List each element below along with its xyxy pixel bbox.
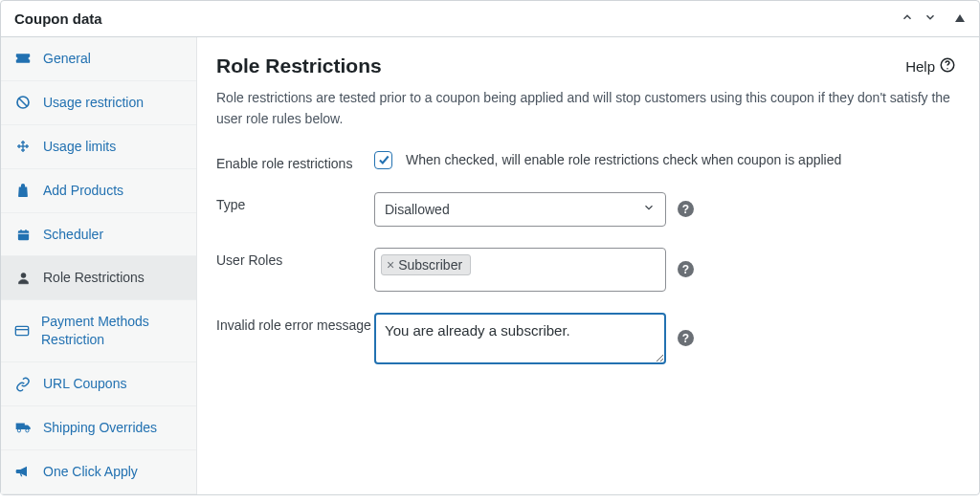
panel-header-actions [901, 11, 966, 27]
enable-label: Enable role restrictions [216, 151, 374, 171]
remove-tag-icon[interactable]: × [387, 258, 394, 272]
sidebar-item-role-restrictions[interactable]: Role Restrictions [1, 256, 196, 300]
sidebar-item-add-products[interactable]: Add Products [1, 169, 196, 213]
svg-point-16 [17, 429, 20, 432]
panel-header: Coupon data [1, 1, 979, 37]
row-enable-role-restrictions: Enable role restrictions When checked, w… [216, 151, 956, 171]
roles-label: User Roles [216, 248, 374, 268]
question-circle-icon [939, 56, 956, 77]
move-up-icon[interactable] [901, 11, 914, 27]
content-title: Role Restrictions [216, 55, 382, 77]
type-help-icon[interactable]: ? [678, 201, 694, 217]
chevron-down-icon [642, 201, 656, 217]
roles-multiselect[interactable]: × Subscriber [374, 248, 666, 292]
sidebar-item-label: Add Products [43, 182, 123, 200]
svg-rect-14 [15, 327, 28, 336]
card-icon [14, 325, 30, 337]
type-label: Type [216, 192, 374, 212]
sidebar-item-general[interactable]: General [1, 37, 196, 81]
truck-icon [14, 421, 32, 434]
role-tag: × Subscriber [381, 254, 471, 275]
ban-icon [14, 95, 32, 110]
row-user-roles: User Roles × Subscriber ? [216, 248, 956, 292]
sidebar-item-shipping-overrides[interactable]: Shipping Overrides [1, 406, 196, 450]
sidebar-item-label: Scheduler [43, 226, 103, 244]
calendar-icon [14, 228, 32, 242]
sidebar-item-usage-restriction[interactable]: Usage restriction [1, 81, 196, 125]
sidebar-item-label: One Click Apply [43, 463, 138, 481]
message-textarea[interactable] [374, 313, 666, 364]
limits-icon [14, 139, 32, 154]
enable-checkbox[interactable] [374, 151, 392, 169]
sidebar-item-url-coupons[interactable]: URL Coupons [1, 362, 196, 406]
bag-icon [14, 183, 32, 198]
svg-point-17 [25, 429, 28, 432]
user-icon [14, 271, 32, 285]
type-selected-value: Disallowed [385, 202, 450, 217]
sidebar-item-label: Payment Methods Restriction [41, 313, 183, 349]
sidebar-item-label: Role Restrictions [43, 269, 145, 287]
sidebar-item-usage-limits[interactable]: Usage limits [1, 125, 196, 169]
megaphone-icon [14, 465, 32, 478]
panel-title: Coupon data [14, 11, 102, 27]
role-tag-label: Subscriber [398, 257, 462, 273]
move-down-icon[interactable] [924, 11, 937, 27]
sidebar-item-one-click-apply[interactable]: One Click Apply [1, 450, 196, 494]
sidebar-item-payment-methods-restriction[interactable]: Payment Methods Restriction [1, 300, 196, 362]
sidebar-item-label: Usage restriction [43, 94, 144, 112]
sidebar-item-label: URL Coupons [43, 375, 126, 393]
content-header: Role Restrictions Help [216, 55, 956, 77]
help-label: Help [905, 58, 935, 75]
panel-body: General Usage restriction Usage limits A… [1, 37, 979, 494]
sidebar-item-label: Usage limits [43, 138, 116, 156]
row-invalid-message: Invalid role error message ? [216, 313, 956, 364]
message-help-icon[interactable]: ? [678, 330, 694, 346]
sidebar-item-label: Shipping Overrides [43, 419, 157, 437]
enable-check-label: When checked, will enable role restricti… [406, 152, 841, 167]
content-area: Role Restrictions Help Role restrictions… [197, 37, 979, 494]
svg-line-1 [19, 98, 27, 106]
sidebar: General Usage restriction Usage limits A… [1, 37, 197, 494]
type-select[interactable]: Disallowed [374, 192, 666, 227]
content-description: Role restrictions are tested prior to a … [216, 87, 956, 130]
collapse-icon[interactable] [954, 11, 966, 27]
svg-point-13 [21, 273, 26, 278]
link-icon [14, 377, 32, 392]
svg-point-19 [947, 68, 948, 70]
message-label: Invalid role error message [216, 313, 374, 333]
ticket-icon [14, 53, 32, 64]
sidebar-item-label: General [43, 50, 91, 68]
sidebar-item-scheduler[interactable]: Scheduler [1, 213, 196, 257]
roles-help-icon[interactable]: ? [678, 261, 694, 277]
coupon-data-panel: Coupon data General [0, 0, 980, 495]
help-link[interactable]: Help [905, 56, 956, 77]
row-type: Type Disallowed ? [216, 192, 956, 227]
